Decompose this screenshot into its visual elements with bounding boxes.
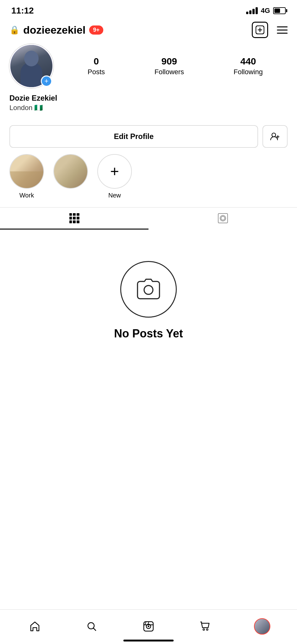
nav-profile[interactable] bbox=[253, 617, 272, 636]
status-icons: 4G bbox=[246, 7, 286, 15]
followers-label: Followers bbox=[154, 68, 184, 76]
nav-shop[interactable] bbox=[196, 617, 215, 636]
highlight-label-new: New bbox=[108, 192, 121, 199]
highlight-label-work: Work bbox=[19, 192, 34, 199]
highlight-circle-work bbox=[9, 154, 44, 189]
followers-count: 909 bbox=[161, 56, 177, 67]
edit-profile-button[interactable]: Edit Profile bbox=[9, 125, 258, 148]
plus-icon: + bbox=[110, 164, 119, 179]
following-label: Following bbox=[234, 68, 263, 76]
nav-reels[interactable] bbox=[139, 617, 158, 636]
flag-icon: 🇳🇬 bbox=[34, 104, 43, 112]
nav-avatar bbox=[254, 618, 270, 635]
shop-icon bbox=[200, 621, 211, 632]
highlight-circle-work2 bbox=[53, 154, 88, 189]
notification-badge[interactable]: 9+ bbox=[89, 25, 103, 35]
highlight-work[interactable]: Work bbox=[9, 154, 44, 199]
lock-icon: 🔒 bbox=[9, 25, 19, 35]
highlights-section: Work + New bbox=[0, 151, 297, 205]
tab-bar bbox=[0, 207, 297, 230]
tab-tagged[interactable] bbox=[148, 208, 297, 230]
tagged-icon bbox=[218, 213, 228, 223]
header-left: 🔒 dozieezekiel 9+ bbox=[9, 24, 103, 36]
tab-grid[interactable] bbox=[0, 208, 148, 230]
camera-icon bbox=[134, 277, 163, 302]
menu-button[interactable] bbox=[277, 26, 288, 34]
svg-point-8 bbox=[207, 629, 208, 630]
add-post-button[interactable] bbox=[252, 22, 268, 38]
header-right bbox=[252, 22, 288, 38]
add-friend-button[interactable] bbox=[262, 125, 288, 148]
add-person-icon bbox=[270, 132, 280, 141]
svg-point-3 bbox=[88, 623, 94, 629]
nav-home[interactable] bbox=[25, 617, 44, 636]
battery-icon bbox=[273, 7, 286, 14]
highlight-new[interactable]: + New bbox=[97, 154, 132, 199]
header: 🔒 dozieezekiel 9+ bbox=[0, 19, 297, 41]
search-icon bbox=[86, 621, 97, 632]
action-buttons: Edit Profile bbox=[9, 125, 288, 148]
following-count: 440 bbox=[240, 56, 256, 67]
camera-circle bbox=[120, 261, 177, 318]
no-posts-section: No Posts Yet bbox=[0, 230, 297, 365]
bio-section: Dozie Ezekiel London 🇳🇬 bbox=[9, 94, 288, 112]
add-story-button[interactable]: + bbox=[41, 75, 52, 87]
status-time: 11:12 bbox=[11, 6, 34, 16]
posts-stat[interactable]: 0 Posts bbox=[88, 56, 105, 76]
location-text: London bbox=[9, 104, 32, 112]
followers-stat[interactable]: 909 Followers bbox=[154, 56, 184, 76]
location: London 🇳🇬 bbox=[9, 104, 288, 112]
reels-icon bbox=[143, 621, 154, 632]
nav-search[interactable] bbox=[82, 617, 101, 636]
signal-icon bbox=[246, 7, 258, 14]
profile-section: + 0 Posts 909 Followers 440 Following Do… bbox=[0, 41, 297, 118]
svg-point-6 bbox=[148, 625, 149, 627]
grid-icon bbox=[69, 213, 79, 223]
username-label: dozieezekiel bbox=[23, 24, 85, 36]
highlight-circle-new: + bbox=[97, 154, 132, 189]
posts-count: 0 bbox=[94, 56, 99, 67]
following-stat[interactable]: 440 Following bbox=[234, 56, 263, 76]
highlight-work2[interactable] bbox=[53, 154, 88, 192]
svg-point-2 bbox=[144, 286, 153, 294]
svg-point-7 bbox=[203, 629, 205, 630]
network-type: 4G bbox=[261, 7, 270, 15]
svg-point-1 bbox=[272, 133, 276, 137]
profile-top: + 0 Posts 909 Followers 440 Following bbox=[9, 44, 288, 88]
no-posts-title: No Posts Yet bbox=[114, 327, 183, 340]
home-icon bbox=[29, 621, 40, 632]
home-indicator bbox=[123, 640, 174, 641]
posts-label: Posts bbox=[88, 68, 105, 76]
avatar-container: + bbox=[9, 44, 53, 88]
status-bar: 11:12 4G bbox=[0, 0, 297, 19]
display-name: Dozie Ezekiel bbox=[9, 94, 288, 103]
bottom-nav bbox=[0, 609, 297, 644]
stats-row: 0 Posts 909 Followers 440 Following bbox=[63, 56, 288, 76]
